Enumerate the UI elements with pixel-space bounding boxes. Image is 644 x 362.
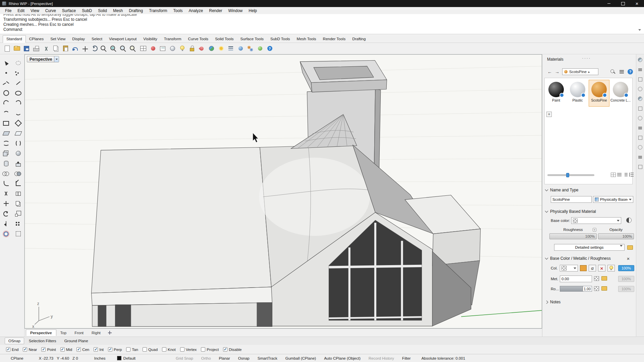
checkbox[interactable]	[201, 347, 205, 352]
menu-file[interactable]: File	[2, 8, 14, 14]
gumball-icon[interactable]	[1, 230, 11, 238]
viewport-menu-dropdown-icon[interactable]	[54, 56, 59, 62]
point-icon[interactable]	[1, 69, 11, 77]
shade-view-icon[interactable]	[168, 44, 177, 53]
light-icon[interactable]	[178, 44, 186, 53]
tab-selection-filters[interactable]: Selection Filters	[25, 338, 60, 344]
zoom-window-icon[interactable]	[110, 44, 118, 53]
tab-mesh-tools[interactable]: Mesh Tools	[293, 36, 320, 43]
zoom-extents-icon[interactable]	[119, 44, 128, 53]
roughness-texture-swatch[interactable]	[594, 286, 599, 291]
layers-icon[interactable]	[226, 44, 235, 53]
status-tolerance[interactable]: Absolute tolerance: 0.001	[421, 356, 465, 360]
help-icon[interactable]	[265, 44, 274, 53]
notes-panel-icon[interactable]	[637, 135, 643, 140]
ellipse-icon[interactable]	[13, 89, 23, 97]
contrast-preview-icon[interactable]	[626, 218, 632, 223]
command-prompt[interactable]: Command:	[3, 27, 644, 32]
osnap-project[interactable]: Project	[201, 347, 219, 352]
polygon-icon[interactable]	[13, 119, 23, 127]
ro-amount-chip[interactable]: 100%	[618, 286, 634, 292]
viewport-tab-right[interactable]: Right	[88, 330, 105, 336]
osnap-tan[interactable]: Tan	[126, 347, 138, 352]
array-icon[interactable]	[13, 220, 23, 228]
status-filter[interactable]: Filter	[402, 356, 411, 360]
menu-window[interactable]: Window	[225, 8, 246, 14]
save-file-icon[interactable]	[22, 44, 31, 53]
mirror-icon[interactable]	[1, 220, 11, 228]
panel-drag-dots[interactable]: ····	[582, 55, 591, 61]
loft-icon[interactable]	[1, 139, 11, 147]
menu-solid[interactable]: Solid	[95, 8, 110, 14]
osnap-quad[interactable]: Quad	[143, 347, 158, 352]
tab-ground-plane[interactable]: Ground Plane	[61, 338, 92, 344]
new-file-icon[interactable]	[3, 44, 11, 53]
named-view-icon[interactable]	[158, 44, 167, 53]
perspective-viewport[interactable]: z y x Perspective	[24, 54, 542, 328]
copy-icon[interactable]	[51, 44, 60, 53]
menu-render[interactable]: Render	[206, 8, 225, 14]
osnap-mid[interactable]: ✓Mid	[60, 347, 72, 352]
status-planar[interactable]: Planar	[219, 356, 230, 360]
color-swatch-button[interactable]	[580, 265, 587, 271]
status-units[interactable]: Inches	[94, 356, 106, 360]
status-gumball[interactable]: Gumball (CPlane)	[285, 356, 316, 360]
rendering-panel-icon[interactable]	[637, 106, 643, 111]
sun-panel-icon[interactable]	[637, 115, 643, 121]
close-section-icon[interactable]	[625, 255, 631, 261]
detail-view-icon[interactable]	[623, 172, 628, 177]
boolean-difference-icon[interactable]	[13, 170, 23, 177]
menu-drafting[interactable]: Drafting	[126, 8, 146, 14]
material-item-plastic[interactable]: Plastic	[567, 80, 588, 107]
material-name-input[interactable]	[551, 196, 592, 203]
viewport-title[interactable]: Perspective	[27, 56, 59, 62]
back-icon[interactable]	[546, 68, 553, 75]
checkbox[interactable]: ✓	[94, 347, 98, 352]
checkbox[interactable]: ✓	[41, 347, 46, 352]
tab-drafting[interactable]: Drafting	[349, 36, 369, 43]
self-illumination-button[interactable]	[607, 265, 615, 272]
display-panel-icon[interactable]	[637, 76, 643, 82]
viewport-tab-front[interactable]: Front	[70, 330, 88, 336]
command-history[interactable]: Press and hold Alt to temporarily toggle…	[0, 14, 644, 34]
add-material-button[interactable]	[546, 112, 552, 117]
sphere-icon[interactable]	[13, 149, 23, 157]
render-icon[interactable]	[236, 44, 245, 53]
remove-texture-button[interactable]	[598, 265, 605, 272]
lasso-icon[interactable]	[13, 59, 23, 67]
section-name-and-type[interactable]: Name and Type	[544, 186, 633, 194]
met-amount-chip[interactable]: 100%	[618, 276, 634, 282]
zoom-selected-icon[interactable]	[129, 44, 138, 53]
col-swatch-select[interactable]	[560, 265, 578, 272]
surface-3pt-icon[interactable]	[13, 129, 23, 137]
material-item-concrete[interactable]: Concrete L...	[610, 80, 631, 107]
menu-subd[interactable]: SubD	[79, 8, 95, 14]
polyline-icon[interactable]	[1, 79, 11, 87]
help-panel-icon[interactable]	[637, 144, 643, 150]
tab-display[interactable]: Display	[69, 36, 88, 43]
rectangle-icon[interactable]	[1, 119, 11, 127]
open-texture-folder-icon[interactable]	[627, 245, 633, 250]
lock-icon[interactable]	[187, 44, 196, 53]
base-color-select[interactable]	[571, 217, 621, 224]
checkbox[interactable]: ✓	[223, 347, 227, 352]
libraries-panel-icon[interactable]	[637, 125, 643, 131]
circle-icon[interactable]	[1, 89, 11, 97]
sun-study-icon[interactable]	[217, 44, 225, 53]
thumbnail-view-icon[interactable]	[610, 172, 616, 177]
thumbnail-size-slider[interactable]	[547, 174, 594, 176]
zoom-dynamic-icon[interactable]	[100, 44, 109, 53]
status-grid-snap[interactable]: Grid Snap	[176, 356, 193, 360]
material-type-select[interactable]: Physically Based	[593, 196, 633, 203]
checkbox[interactable]: ✓	[76, 347, 81, 352]
status-cplane[interactable]: CPlane	[11, 356, 23, 360]
osnap-disable[interactable]: ✓Disable	[223, 347, 241, 352]
arc-icon[interactable]	[1, 99, 11, 107]
tab-osnap[interactable]: OSnap	[5, 338, 24, 344]
trim-icon[interactable]	[1, 190, 11, 197]
environments-panel-icon[interactable]	[637, 96, 643, 102]
metallic-texture-swatch[interactable]	[594, 276, 599, 281]
set-cplane-icon[interactable]	[149, 44, 157, 53]
menu-transform[interactable]: Transform	[146, 8, 170, 14]
checkbox[interactable]	[126, 347, 130, 352]
